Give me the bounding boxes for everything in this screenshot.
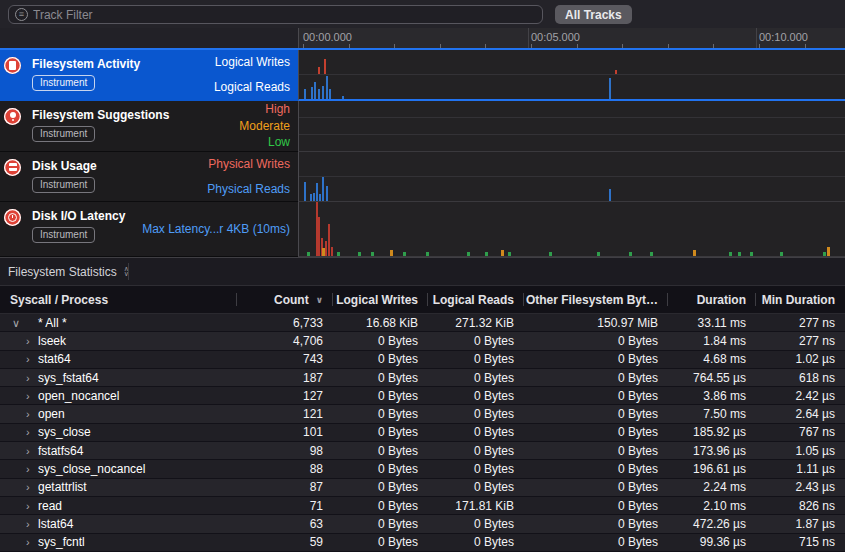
value-cell: 472.26 µs xyxy=(668,517,756,531)
instrument-badge: Instrument xyxy=(32,126,95,142)
value-cell: 0 Bytes xyxy=(333,389,428,403)
disk-io-latency-icon-glyph xyxy=(8,213,17,222)
disclosure-collapsed-icon[interactable]: › xyxy=(26,353,30,365)
chart-lane-fa-writes xyxy=(299,50,845,74)
track-sidebar-dl[interactable]: Disk I/O LatencyInstrumentMax Latency...… xyxy=(0,202,298,257)
value-cell: 764.55 µs xyxy=(668,371,756,385)
ruler-major-gridline xyxy=(528,28,529,48)
value-cell: 2.24 ms xyxy=(668,480,756,494)
filesystem-activity-icon-glyph xyxy=(9,61,16,70)
value-cell: 1.11 µs xyxy=(756,462,845,476)
table-row[interactable]: ›open_nocancel1270 Bytes0 Bytes0 Bytes3.… xyxy=(0,387,845,405)
disclosure-collapsed-icon[interactable]: › xyxy=(26,390,30,402)
disclosure-collapsed-icon[interactable]: › xyxy=(26,426,30,438)
value-cell: 71 xyxy=(237,499,333,513)
disclosure-collapsed-icon[interactable]: › xyxy=(26,463,30,475)
disclosure-collapsed-icon[interactable]: › xyxy=(26,536,30,548)
disclosure-expanded-icon[interactable]: ∨ xyxy=(12,316,20,329)
table-row[interactable]: ›sys_fstat641870 Bytes0 Bytes0 Bytes764.… xyxy=(0,369,845,387)
value-cell: 2.43 µs xyxy=(756,480,845,494)
chart-spike xyxy=(729,252,732,256)
column-header-logical-reads[interactable]: Logical Reads xyxy=(428,286,524,313)
table-row[interactable]: ›getattrlist870 Bytes0 Bytes0 Bytes2.24 … xyxy=(0,479,845,497)
track-row-dl[interactable]: Disk I/O LatencyInstrumentMax Latency...… xyxy=(0,202,845,257)
value-cell: 173.96 µs xyxy=(668,444,756,458)
column-header-duration[interactable]: Duration xyxy=(668,286,756,313)
table-row[interactable]: ›stat647430 Bytes0 Bytes0 Bytes4.68 ms1.… xyxy=(0,351,845,369)
track-chart-fs[interactable] xyxy=(298,101,845,152)
track-chart-du[interactable] xyxy=(298,152,845,203)
detail-view-selector[interactable]: Filesystem Statistics ∧∨ xyxy=(8,265,129,279)
chart-spike xyxy=(322,248,325,256)
column-header-label: Syscall / Process xyxy=(10,293,108,307)
track-title: Filesystem Suggestions xyxy=(32,108,169,122)
value-cell: 0 Bytes xyxy=(333,535,428,549)
chart-spike xyxy=(316,183,318,201)
timeline-ruler[interactable]: 00:00.00000:05.00000:10.000 xyxy=(298,28,845,48)
chart-spike xyxy=(326,76,328,99)
track-chart-dl[interactable] xyxy=(298,202,845,257)
table-row[interactable]: ›lstat64630 Bytes0 Bytes0 Bytes472.26 µs… xyxy=(0,515,845,533)
table-row[interactable]: ›sys_close1010 Bytes0 Bytes0 Bytes185.92… xyxy=(0,424,845,442)
table-row[interactable]: ›read710 Bytes171.81 KiB0 Bytes2.10 ms82… xyxy=(0,497,845,515)
syscall-cell: ›sys_fcntl xyxy=(0,534,237,551)
chart-spike xyxy=(358,252,361,256)
lane-labels: Logical WritesLogical Reads xyxy=(214,50,290,100)
column-header-min-duration[interactable]: Min Duration xyxy=(756,286,845,313)
column-header-count[interactable]: Count∨ xyxy=(237,286,333,313)
ruler-minor-tick xyxy=(805,44,806,48)
disclosure-collapsed-icon[interactable]: › xyxy=(26,372,30,384)
value-cell: 0 Bytes xyxy=(428,371,524,385)
track-filter-input[interactable] xyxy=(33,8,536,22)
track-row-du[interactable]: Disk UsageInstrumentPhysical WritesPhysi… xyxy=(0,152,845,203)
table-row[interactable]: ›open1210 Bytes0 Bytes0 Bytes7.50 ms2.64… xyxy=(0,405,845,423)
chart-spike xyxy=(329,89,331,99)
ruler-minor-tick xyxy=(440,44,441,48)
chart-spike xyxy=(337,252,340,256)
track-filter-field[interactable]: ≡ xyxy=(8,5,543,24)
column-header-logical-writes[interactable]: Logical Writes xyxy=(333,286,428,313)
chart-spike xyxy=(597,252,600,256)
disclosure-collapsed-icon[interactable]: › xyxy=(26,500,30,512)
jumpbar-separator xyxy=(128,263,129,280)
disclosure-collapsed-icon[interactable]: › xyxy=(26,408,30,420)
value-cell: 0 Bytes xyxy=(333,371,428,385)
table-row[interactable]: ∨* All *6,73316.68 KiB271.32 KiB150.97 M… xyxy=(0,314,845,332)
disclosure-collapsed-icon[interactable]: › xyxy=(26,481,30,493)
table-row[interactable]: ›sys_fcntl590 Bytes0 Bytes0 Bytes99.36 µ… xyxy=(0,534,845,552)
value-cell: 0 Bytes xyxy=(524,462,668,476)
chart-spike xyxy=(750,252,753,256)
syscall-name: sys_close xyxy=(38,425,91,439)
chart-spike xyxy=(650,252,653,256)
syscall-name: open_nocancel xyxy=(38,389,119,403)
disclosure-collapsed-icon[interactable]: › xyxy=(26,445,30,457)
disclosure-collapsed-icon[interactable]: › xyxy=(26,335,30,347)
table-row[interactable]: ›lseek4,7060 Bytes0 Bytes0 Bytes1.84 ms2… xyxy=(0,332,845,350)
disclosure-collapsed-icon[interactable]: › xyxy=(26,518,30,530)
syscall-cell: ›read xyxy=(0,497,237,514)
value-cell: 0 Bytes xyxy=(333,352,428,366)
column-header-syscall-process[interactable]: Syscall / Process xyxy=(0,286,237,313)
track-chart-fa[interactable] xyxy=(298,50,845,101)
track-list: Filesystem ActivityInstrumentLogical Wri… xyxy=(0,50,845,258)
track-row-fa[interactable]: Filesystem ActivityInstrumentLogical Wri… xyxy=(0,50,845,101)
value-cell: 16.68 KiB xyxy=(333,316,428,330)
track-sidebar-du[interactable]: Disk UsageInstrumentPhysical WritesPhysi… xyxy=(0,152,298,203)
all-tracks-button[interactable]: All Tracks xyxy=(555,5,632,24)
track-sidebar-fs[interactable]: Filesystem SuggestionsInstrumentHighMode… xyxy=(0,101,298,152)
value-cell: 0 Bytes xyxy=(428,517,524,531)
chart-spike xyxy=(328,224,330,256)
column-header-other-filesystem-byt-[interactable]: Other Filesystem Byt… xyxy=(524,286,668,313)
value-cell: 0 Bytes xyxy=(428,480,524,494)
track-row-fs[interactable]: Filesystem SuggestionsInstrumentHighMode… xyxy=(0,101,845,152)
chart-spike xyxy=(311,87,313,99)
chart-lane-fs-moderate xyxy=(299,117,845,134)
sort-descending-icon: ∨ xyxy=(316,295,323,305)
lane-label-fs-moderate: Moderate xyxy=(239,117,290,134)
chart-spike xyxy=(501,250,504,256)
chart-spike xyxy=(403,252,406,256)
track-sidebar-fa[interactable]: Filesystem ActivityInstrumentLogical Wri… xyxy=(0,50,298,101)
table-row[interactable]: ›fstatfs64980 Bytes0 Bytes0 Bytes173.96 … xyxy=(0,442,845,460)
table-row[interactable]: ›sys_close_nocancel880 Bytes0 Bytes0 Byt… xyxy=(0,460,845,478)
chart-spike xyxy=(485,252,488,256)
